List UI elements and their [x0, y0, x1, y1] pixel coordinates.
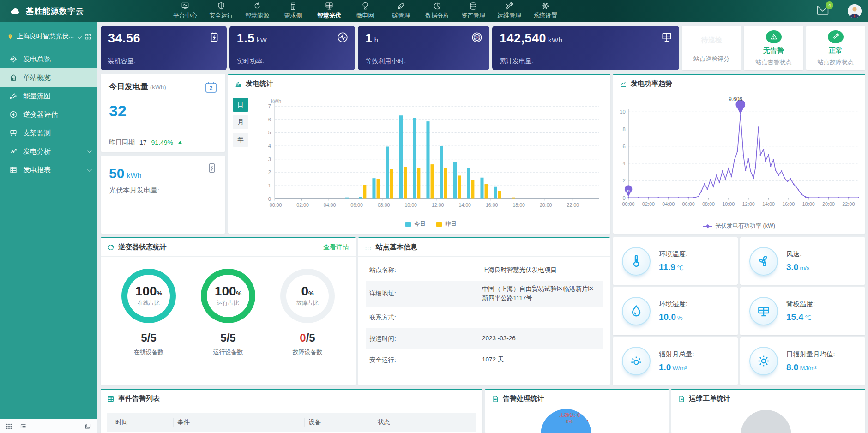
donut-group: 100%在线占比 5/5 在线设备数 100%运行占比 5/5 运行设备数 [101, 257, 356, 385]
sidebar-item-inverter-evaluation[interactable]: 逆变器评估 [0, 105, 97, 124]
nav-item-carbon-management[interactable]: 碳管理 [389, 1, 413, 20]
column-status: 状态 [374, 418, 476, 427]
stat-card-realtime-power: 1.5kW 实时功率: [229, 26, 356, 70]
info-row-station-name: 站点名称:上海良时智慧光伏发电项目 [366, 259, 603, 281]
inspection-score-value: 待巡检 [701, 36, 722, 45]
workorder-pie-chart [741, 410, 791, 433]
chevron-down-icon [78, 33, 83, 39]
sensor-ambient-temperature: 环境温度:11.9℃ [613, 237, 738, 285]
sensor-label: 环境温度: [659, 250, 687, 259]
sidebar-item-bracket-monitoring[interactable]: 支架监测 [0, 124, 97, 142]
svg-text:8: 8 [623, 126, 626, 132]
nav-item-system-settings[interactable]: 系统设置 [533, 1, 557, 20]
grid-dots-icon[interactable] [6, 423, 12, 430]
alarm-annotation: 未确认: 0 0% [559, 412, 580, 424]
tab-year[interactable]: 年 [233, 133, 248, 147]
svg-text:02:00: 02:00 [642, 201, 655, 207]
station-home-icon [9, 73, 18, 82]
settings-gear-icon [541, 1, 550, 11]
tab-day[interactable]: 日 [233, 98, 248, 112]
inverter-status-panel: 逆变器状态统计 查看详情 100%在线占比 5/5 在线设备数 [101, 237, 356, 385]
info-label: 详细地址: [366, 289, 482, 298]
user-avatar[interactable] [848, 4, 862, 18]
nav-item-smart-energy[interactable]: 智慧能源 [245, 1, 269, 20]
nav-item-demand-side[interactable]: 需求侧 [281, 1, 305, 20]
sensor-wind-speed: 风速:3.0m/s [740, 237, 865, 285]
station-selector[interactable]: 上海良时智慧光伏... [0, 22, 97, 47]
sidebar-item-generation-analysis[interactable]: 发电分析 [0, 142, 97, 161]
overview-target-icon [9, 55, 18, 63]
info-label: 联系方式: [366, 313, 482, 322]
legend-item-pv-power[interactable]: 光伏发电有功功率 (kW) [703, 222, 775, 230]
sidebar-item-station-overview[interactable]: 单站概览 [0, 68, 97, 87]
legend-item-yesterday[interactable]: 昨日 [436, 220, 457, 228]
svg-text:10:00: 10:00 [404, 202, 417, 208]
status-card-alarm-status: 无告警 站点告警状态 [744, 26, 803, 70]
svg-text:kWh: kWh [271, 98, 281, 104]
station-selector-label: 上海良时智慧光伏... [17, 32, 74, 41]
sensor-value: 1.0W/m² [659, 362, 694, 373]
sidebar-item-energy-flow[interactable]: 能量流图 [0, 87, 97, 105]
nav-item-safety-operation[interactable]: 安全运行 [209, 1, 233, 20]
nav-label: 智慧能源 [245, 12, 269, 20]
period-tabs: 日 月 年 [233, 98, 255, 232]
nav-item-asset-management[interactable]: 资产管理 [461, 1, 485, 20]
svg-text:9.606: 9.606 [729, 96, 742, 102]
sensor-value: 3.0m/s [786, 262, 809, 272]
tree-list-icon[interactable] [20, 423, 27, 430]
svg-text:18:00: 18:00 [512, 202, 525, 208]
document-icon [492, 395, 499, 403]
asset-database-icon [469, 1, 478, 11]
nav-label: 系统设置 [533, 12, 557, 20]
today-generation-title: 今日发电量(kWh) [109, 81, 217, 92]
sidebar-menu: 发电总览 单站概览 能量流图 逆变器评估 支架监测 [0, 50, 97, 179]
thermometer-icon [629, 254, 644, 269]
svg-text:00:00: 00:00 [622, 201, 635, 207]
fault-count: 0/5 [300, 331, 315, 344]
sidebar-item-label: 支架监测 [23, 129, 51, 138]
svg-text:16:00: 16:00 [486, 202, 498, 208]
inverter-status-title: 逆变器状态统计 [118, 243, 167, 252]
top-nav-menu: 平台中心 安全运行 智慧能源 需求侧 智慧光伏 微电网 [173, 0, 557, 22]
humidity-drop-icon [629, 304, 644, 319]
donut-label: 运行占比 [217, 299, 239, 307]
document-icon [678, 395, 685, 403]
window-copy-icon[interactable] [84, 423, 91, 430]
sidebar-item-generation-overview[interactable]: 发电总览 [0, 50, 97, 68]
nav-item-maintenance[interactable]: 运维管理 [497, 1, 521, 20]
view-details-link[interactable]: 查看详情 [323, 243, 349, 252]
sensor-value: 8.0MJ/m² [786, 362, 835, 373]
month-generation-unit: kWh [127, 172, 141, 180]
nav-label: 平台中心 [173, 12, 197, 20]
alarm-status-label: 站点告警状态 [756, 58, 792, 66]
sidebar-item-label: 发电总览 [23, 55, 51, 64]
nav-item-platform-center[interactable]: 平台中心 [173, 1, 197, 20]
wind-fan-icon [756, 254, 771, 269]
cloud-logo-icon [9, 5, 21, 17]
today-swatch [405, 222, 411, 227]
sidebar-item-generation-report[interactable]: 发电报表 [0, 161, 97, 179]
nav-item-smart-pv[interactable]: 智慧光伏 [317, 1, 341, 20]
info-row-commission-date: 投运时间:2023 -03-26 [366, 328, 603, 349]
svg-text:16:00: 16:00 [782, 201, 795, 207]
nav-item-data-analysis[interactable]: 数据分析 [425, 1, 449, 20]
app-root: 基胜能源数字云 平台中心 安全运行 智慧能源 需求侧 智慧光伏 [0, 0, 868, 433]
stat-value: 1.5 [237, 31, 255, 45]
gauge-donut-icon [107, 244, 115, 251]
legend-item-today[interactable]: 今日 [405, 220, 426, 228]
station-grid-apps-icon[interactable] [85, 33, 91, 41]
sidebar-item-label: 发电分析 [23, 147, 51, 156]
donut-online: 100%在线占比 5/5 在线设备数 [114, 269, 183, 356]
donut-label: 在线占比 [138, 299, 160, 307]
calendar-badge-icon: 2 [204, 80, 218, 96]
messages-button[interactable]: 4 [817, 5, 829, 17]
alarm-status-value: 无告警 [763, 46, 784, 55]
svg-text:20:00: 20:00 [822, 201, 835, 207]
nav-item-microgrid[interactable]: 微电网 [353, 1, 377, 20]
svg-text:0: 0 [623, 195, 626, 201]
tab-month[interactable]: 月 [233, 115, 248, 129]
data-analysis-icon [433, 1, 442, 11]
info-label: 投运时间: [366, 335, 482, 343]
svg-text:1: 1 [268, 183, 271, 188]
installed-capacity-icon [208, 31, 220, 43]
